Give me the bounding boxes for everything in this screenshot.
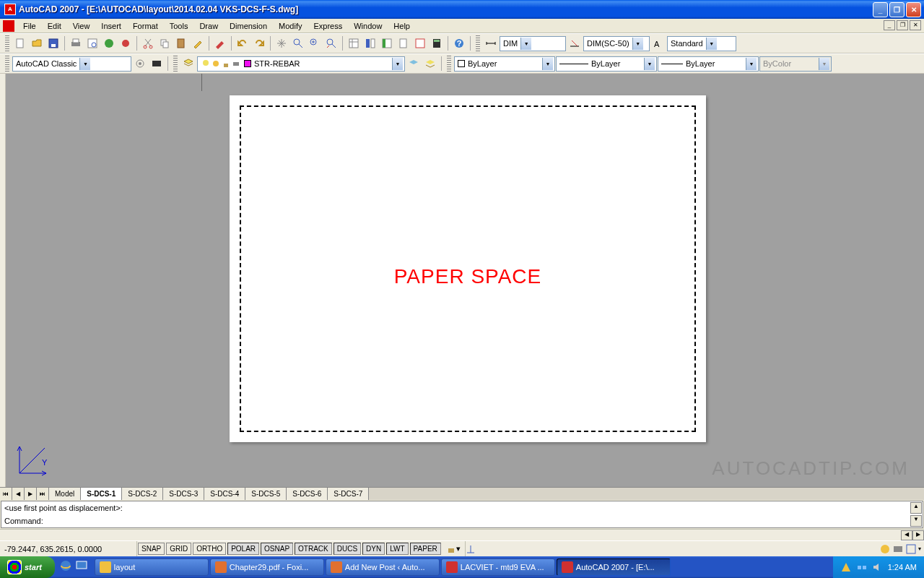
sheet-set-button[interactable] bbox=[396, 35, 411, 51]
status-toggle-lwt[interactable]: LWT bbox=[386, 543, 408, 555]
menu-modify[interactable]: Modify bbox=[273, 20, 308, 32]
paste-button[interactable] bbox=[173, 35, 189, 51]
status-annotation-icon[interactable] bbox=[466, 544, 476, 554]
status-toolbar-menu-button[interactable]: ▾ bbox=[918, 545, 921, 552]
maximize-button[interactable]: ❐ bbox=[889, 2, 905, 17]
chevron-down-icon[interactable]: ▼ bbox=[542, 58, 553, 70]
workspace-combo[interactable]: AutoCAD Classic▼ bbox=[12, 56, 131, 72]
task-button[interactable]: AutoCAD 2007 - [E:\... bbox=[557, 558, 671, 576]
cut-button[interactable] bbox=[140, 35, 156, 51]
chevron-down-icon[interactable]: ▼ bbox=[644, 58, 655, 70]
toolbar-grip[interactable] bbox=[476, 35, 480, 51]
task-button[interactable]: Chapter29.pdf - Foxi... bbox=[210, 558, 324, 576]
chevron-down-icon[interactable]: ▼ bbox=[79, 58, 90, 70]
copy-button[interactable] bbox=[157, 35, 173, 51]
chevron-down-icon[interactable]: ▼ bbox=[746, 58, 757, 70]
layout-tab-sdcs6[interactable]: S-DCS-6 bbox=[287, 488, 328, 500]
comm-center-icon[interactable] bbox=[879, 543, 891, 555]
linetype-combo[interactable]: ByLayer▼ bbox=[556, 56, 657, 72]
status-toggle-snap[interactable]: SNAP bbox=[138, 543, 165, 555]
status-toggle-osnap[interactable]: OSNAP bbox=[261, 543, 293, 555]
layout-tab-sdcs4[interactable]: S-DCS-4 bbox=[204, 488, 245, 500]
app-menu-icon[interactable] bbox=[3, 20, 14, 32]
publish-button[interactable] bbox=[101, 35, 117, 51]
chevron-down-icon[interactable]: ▼ bbox=[392, 58, 403, 70]
mdi-restore-button[interactable]: ❐ bbox=[897, 20, 908, 30]
design-center-button[interactable] bbox=[362, 35, 378, 51]
save-button[interactable] bbox=[45, 35, 61, 51]
menu-insert[interactable]: Insert bbox=[95, 20, 127, 32]
quick-launch-desktop-icon[interactable] bbox=[75, 559, 90, 575]
task-button[interactable]: Add New Post ‹ Auto... bbox=[326, 558, 440, 576]
undo-button[interactable] bbox=[235, 35, 250, 51]
toolbar-grip[interactable] bbox=[5, 56, 9, 72]
workspace-settings-button[interactable] bbox=[132, 56, 148, 72]
menu-window[interactable]: Window bbox=[348, 20, 388, 32]
start-button[interactable]: start bbox=[0, 556, 55, 578]
layer-combo[interactable]: STR-REBAR ▼ bbox=[197, 56, 405, 72]
status-toggle-paper[interactable]: PAPER bbox=[410, 543, 441, 555]
print-button[interactable] bbox=[68, 35, 84, 51]
chevron-down-icon[interactable]: ▼ bbox=[706, 38, 717, 50]
3dconnexion-button[interactable] bbox=[118, 35, 134, 51]
coordinates-display[interactable]: -79.2447, 635.2615, 0.0000 bbox=[0, 541, 137, 556]
layout-tab-sdcs7[interactable]: S-DCS-7 bbox=[328, 488, 369, 500]
menu-help[interactable]: Help bbox=[388, 20, 416, 32]
zoom-previous-button[interactable] bbox=[323, 35, 339, 51]
tray-network-icon[interactable] bbox=[856, 561, 868, 573]
status-toggle-ortho[interactable]: ORTHO bbox=[193, 543, 226, 555]
pan-button[interactable] bbox=[274, 35, 289, 51]
dimstyle-icon[interactable] bbox=[483, 35, 499, 51]
markup-button[interactable] bbox=[412, 35, 428, 51]
mdi-minimize-button[interactable]: _ bbox=[884, 20, 895, 30]
task-button[interactable]: LACVIET - mtd9 EVA ... bbox=[441, 558, 555, 576]
status-toggle-grid[interactable]: GRID bbox=[166, 543, 191, 555]
layer-states-button[interactable] bbox=[422, 56, 438, 72]
lineweight-combo[interactable]: ByLayer▼ bbox=[658, 56, 759, 72]
tab-next-button[interactable]: ▶ bbox=[25, 488, 37, 500]
dim-style-combo[interactable]: DIM▼ bbox=[500, 36, 566, 51]
menu-edit[interactable]: Edit bbox=[42, 20, 67, 32]
system-tray[interactable]: 1:24 AM bbox=[833, 556, 924, 578]
match-properties-button[interactable] bbox=[190, 35, 206, 51]
close-button[interactable]: ✕ bbox=[906, 2, 921, 17]
command-scroll-up-button[interactable]: ▲ bbox=[910, 502, 922, 514]
menu-dimension[interactable]: Dimension bbox=[224, 20, 273, 32]
status-toggle-dyn[interactable]: DYN bbox=[362, 543, 385, 555]
plot-preview-button[interactable] bbox=[84, 35, 100, 51]
layout-tab-sdcs5[interactable]: S-DCS-5 bbox=[245, 488, 287, 500]
zoom-realtime-button[interactable] bbox=[290, 35, 306, 51]
tab-first-button[interactable]: ⏮ bbox=[0, 488, 12, 500]
command-scroll-down-button[interactable]: ▼ bbox=[910, 515, 922, 527]
hscroll-right-button[interactable]: ▶ bbox=[912, 530, 924, 540]
my-workspace-button[interactable] bbox=[149, 56, 165, 72]
layer-previous-button[interactable] bbox=[406, 56, 422, 72]
tab-prev-button[interactable]: ◀ bbox=[12, 488, 25, 500]
menu-format[interactable]: Format bbox=[127, 20, 164, 32]
mdi-close-button[interactable]: ✕ bbox=[910, 20, 921, 30]
tab-last-button[interactable]: ⏭ bbox=[37, 488, 49, 500]
textstyle-icon[interactable]: A bbox=[650, 35, 666, 51]
block-editor-button[interactable] bbox=[212, 35, 228, 51]
menu-tools[interactable]: Tools bbox=[164, 20, 194, 32]
status-toggle-polar[interactable]: POLAR bbox=[227, 543, 259, 555]
status-locks[interactable]: ▾ bbox=[442, 541, 466, 556]
clean-screen-icon[interactable] bbox=[905, 543, 917, 555]
quickcalc-button[interactable] bbox=[429, 35, 445, 51]
layout-tab-sdcs1[interactable]: S-DCS-1 bbox=[81, 488, 122, 500]
toolbar-grip[interactable] bbox=[447, 56, 451, 72]
new-button[interactable] bbox=[12, 35, 28, 51]
dim-style2-combo[interactable]: DIM(SC-50)▼ bbox=[583, 36, 650, 51]
status-toggle-ducs[interactable]: DUCS bbox=[334, 543, 361, 555]
status-toggle-otrack[interactable]: OTRACK bbox=[295, 543, 332, 555]
layout-tab-sdcs2[interactable]: S-DCS-2 bbox=[122, 488, 163, 500]
task-button[interactable]: layout bbox=[95, 558, 209, 576]
tool-palettes-button[interactable] bbox=[379, 35, 395, 51]
tray-settings-icon[interactable] bbox=[892, 543, 904, 555]
open-button[interactable] bbox=[29, 35, 45, 51]
properties-button[interactable] bbox=[346, 35, 362, 51]
layer-manager-button[interactable] bbox=[180, 56, 196, 72]
tray-volume-icon[interactable] bbox=[872, 561, 884, 573]
menu-express[interactable]: Express bbox=[308, 20, 348, 32]
text-style-combo[interactable]: Standard▼ bbox=[667, 36, 736, 51]
